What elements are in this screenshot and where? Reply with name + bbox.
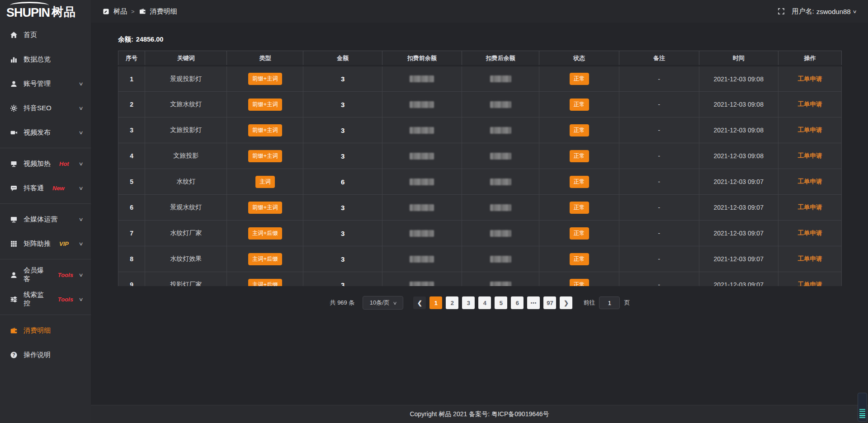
chevron-down-icon: ∨ (78, 105, 83, 111)
sidebar-item-label: 抖音SEO (24, 104, 52, 113)
page-button-5[interactable]: 5 (495, 296, 507, 309)
cell-action: 工单申请 (778, 169, 841, 195)
chevron-down-icon: ∨ (78, 81, 83, 87)
sidebar-item-label: 会员爆客 (24, 266, 49, 283)
sidebar-item-douyin-seo[interactable]: 抖音SEO∨ (0, 96, 91, 120)
cell-balance-after (462, 272, 539, 287)
cell-type: 前缀+主词 (227, 92, 303, 118)
sidebar-item-operation-guide[interactable]: ?操作说明 (0, 343, 91, 367)
wallet-icon (10, 327, 18, 334)
next-page-button[interactable]: ❯ (560, 296, 572, 309)
work-order-link[interactable]: 工单申请 (797, 281, 822, 286)
logo: SHUPIN 树品 (0, 0, 91, 20)
cell-balance-after (462, 169, 539, 195)
heat-icon (10, 160, 18, 168)
fullscreen-icon[interactable] (778, 8, 785, 15)
cell-type: 主词+后缀 (227, 221, 303, 246)
cell-balance-before (382, 118, 462, 143)
sidebar-item-clue-monitor[interactable]: 线索监控Tools∨ (0, 287, 91, 311)
user-menu[interactable]: 用户名: zswodun88 ∨ (792, 7, 856, 16)
cell-amount: 3 (303, 92, 382, 118)
sidebar-item-matrix-boost[interactable]: 矩阵助推VIP∨ (0, 231, 91, 256)
cell-type: 前缀+主词 (227, 66, 303, 92)
sidebar-item-member-burst[interactable]: 会员爆客Tools∨ (0, 263, 91, 287)
page-button-3[interactable]: 3 (462, 296, 475, 309)
work-order-link[interactable]: 工单申请 (797, 178, 822, 185)
cell-amount: 3 (303, 118, 382, 143)
cell-amount: 3 (303, 66, 382, 92)
cell-remark: - (619, 195, 699, 221)
sliders-icon (10, 296, 18, 303)
page-button-2[interactable]: 2 (446, 296, 458, 309)
goto-page-input[interactable] (599, 296, 620, 309)
cell-status: 正常 (539, 118, 619, 143)
work-order-link[interactable]: 工单申请 (797, 101, 822, 108)
goto-label: 前往 (583, 299, 595, 307)
sidebar-item-video-heat[interactable]: 视频加热Hot∨ (0, 151, 91, 176)
cell-index: 6 (118, 195, 145, 221)
sidebar-item-all-media-operation[interactable]: 全媒体运营∨ (0, 207, 91, 231)
cell-status: 正常 (539, 246, 619, 272)
work-order-link[interactable]: 工单申请 (797, 152, 822, 159)
member-icon (10, 271, 18, 279)
cell-status: 正常 (539, 92, 619, 118)
cell-balance-after (462, 221, 539, 246)
redacted-balance-before (410, 282, 434, 287)
table-row: 1景观投影灯前缀+主词3正常-2021-12-03 09:08工单申请 (118, 66, 842, 92)
chevron-down-icon: ∨ (78, 272, 83, 278)
sidebar-item-data-overview[interactable]: 数据总览 (0, 47, 91, 71)
page-number-buttons: 123456•••97 (429, 296, 556, 309)
floating-widget-handle[interactable] (858, 393, 867, 422)
page-size-value: 10条/页 (370, 299, 390, 307)
page-button-4[interactable]: 4 (478, 296, 491, 309)
type-badge: 主词+后缀 (248, 279, 282, 287)
type-badge: 主词 (255, 176, 275, 188)
cell-index: 8 (118, 246, 145, 272)
main-content: 余额:24856.00 序号关键词类型金额扣费前余额扣费后余额状态备注时间操作 … (91, 23, 868, 405)
column-header: 扣费前余额 (382, 51, 462, 66)
type-badge: 前缀+主词 (248, 99, 282, 111)
page-button-1[interactable]: 1 (429, 296, 442, 309)
cell-remark: - (619, 66, 699, 92)
cell-time: 2021-12-03 09:07 (699, 272, 778, 287)
copyright-text: Copyright 树品 2021 备案号: 粤ICP备09019646号 (410, 410, 549, 418)
sidebar-item-douketong[interactable]: 抖客通New∨ (0, 176, 91, 200)
sidebar-item-label: 矩阵助推 (24, 240, 51, 248)
work-order-link[interactable]: 工单申请 (797, 204, 822, 211)
username-value: zswodun88 (816, 8, 851, 15)
more-pages-button[interactable]: ••• (527, 296, 540, 309)
total-count: 共 969 条 (330, 299, 355, 307)
page-button-6[interactable]: 6 (511, 296, 524, 309)
page-size-select[interactable]: 10条/页 ∨ (363, 296, 403, 310)
sidebar-item-account-management[interactable]: 账号管理∨ (0, 71, 91, 96)
sidebar-item-video-publish[interactable]: 视频发布∨ (0, 120, 91, 145)
page-button-97[interactable]: 97 (543, 296, 556, 309)
breadcrumb-current[interactable]: 消费明细 (150, 7, 177, 16)
cell-balance-after (462, 92, 539, 118)
cell-status: 正常 (539, 272, 619, 287)
type-badge: 主词+后缀 (248, 253, 282, 265)
cell-remark: - (619, 92, 699, 118)
pagination: 共 969 条 10条/页 ∨ ❮ 123456•••97 ❯ 前往 页 (118, 296, 842, 310)
app-square-icon (103, 8, 109, 15)
cell-balance-before (382, 92, 462, 118)
status-badge: 正常 (570, 227, 589, 240)
work-order-link[interactable]: 工单申请 (797, 230, 822, 236)
balance-value: 24856.00 (136, 36, 163, 43)
cell-balance-after (462, 118, 539, 143)
prev-page-button[interactable]: ❮ (413, 296, 426, 309)
redacted-balance-after (490, 75, 511, 82)
sidebar-item-home[interactable]: 首页 (0, 23, 91, 47)
breadcrumb: 树品 > 消费明细 (103, 7, 177, 16)
work-order-link[interactable]: 工单申请 (797, 75, 822, 82)
redacted-balance-after (490, 204, 511, 211)
work-order-link[interactable]: 工单申请 (797, 255, 822, 262)
cell-balance-after (462, 195, 539, 221)
cell-balance-after (462, 66, 539, 92)
cell-keyword: 景观水纹灯 (145, 195, 227, 221)
work-order-link[interactable]: 工单申请 (797, 127, 822, 133)
cell-time: 2021-12-03 09:08 (699, 118, 778, 143)
breadcrumb-root[interactable]: 树品 (113, 7, 127, 16)
sidebar-item-consumption-detail[interactable]: 消费明细 (0, 318, 91, 343)
cell-keyword: 水纹灯厂家 (145, 221, 227, 246)
